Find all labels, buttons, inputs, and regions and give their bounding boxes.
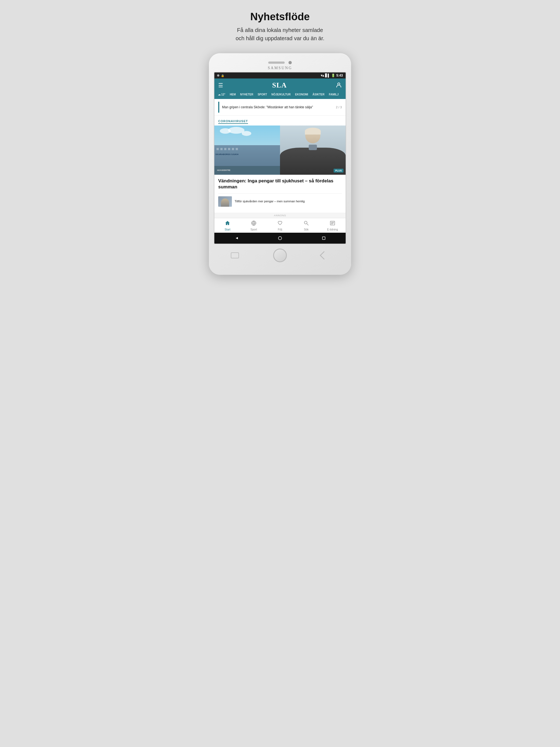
nav-item-nyheter[interactable]: NYHETER: [238, 92, 255, 97]
breaking-text: Man gripen i centrala Skövde: "Misstänke…: [222, 105, 333, 110]
app-logo: SLA: [272, 81, 287, 89]
article-content[interactable]: Vändningen: Inga pengar till sjukhuset –…: [214, 175, 346, 213]
page-wrapper: Nyhetsflöde Få alla dina lokala nyheter …: [198, 11, 362, 275]
recents-button[interactable]: [231, 252, 239, 258]
page-title: Nyhetsflöde: [250, 11, 309, 23]
person-shirt: [309, 145, 317, 150]
newspaper-icon: [330, 221, 335, 227]
status-time: 5:43: [336, 74, 343, 77]
related-text: Tillför sjukvården mer pengar – men summ…: [235, 199, 305, 203]
image-left: SKARABORGS SJUKH HUVUDENTRE: [214, 126, 280, 175]
android-home[interactable]: [277, 235, 283, 241]
svg-line-4: [307, 224, 308, 225]
svg-rect-11: [322, 237, 325, 239]
image-right: [280, 126, 346, 175]
lock-icon: 🔒: [221, 74, 224, 77]
phone-bottom: [214, 244, 346, 264]
search-icon: [304, 221, 309, 227]
phone-shell: SAMSUNG 🔒 ▾▴ ▋▌ 🔋 5:43 ☰ SLA: [209, 53, 351, 275]
home-button[interactable]: [273, 249, 287, 262]
nav-item-asikter[interactable]: ÅSIKTER: [311, 92, 327, 97]
back-button[interactable]: [320, 251, 328, 260]
breaking-news[interactable]: Man gripen i centrala Skövde: "Misstänke…: [214, 99, 346, 115]
sok-label: Sök: [304, 228, 308, 231]
svg-marker-9: [236, 237, 238, 239]
folj-label: Följ: [278, 228, 282, 231]
menu-icon[interactable]: ☰: [218, 82, 223, 88]
main-article-image[interactable]: SKARABORGS SJUKH HUVUDENTRE: [214, 126, 346, 175]
nav-item-noje[interactable]: NÖJE/KULTUR: [270, 92, 292, 97]
page-subtitle: Få alla dina lokala nyheter samladeoch h…: [236, 26, 325, 42]
nav-weather[interactable]: ☁ 12°: [216, 92, 227, 97]
etidning-label: E-tidning: [327, 228, 338, 231]
status-right: ▾▴ ▋▌ 🔋 5:43: [321, 74, 343, 77]
signal-icon: ▋▌: [325, 74, 330, 77]
bottom-nav-start[interactable]: Start: [214, 218, 240, 233]
plus-badge: PLUS: [334, 169, 343, 173]
bottom-nav-folj[interactable]: Följ: [267, 218, 293, 233]
building: SKARABORGS SJUKH HUVUDENTRE: [214, 145, 280, 175]
home-icon: [225, 221, 230, 227]
phone-top-bar: [214, 61, 346, 64]
sky: [214, 126, 280, 148]
nav-item-ekonomi[interactable]: EKONOMI: [293, 92, 310, 97]
phone-screen: 🔒 ▾▴ ▋▌ 🔋 5:43 ☰ SLA: [214, 72, 346, 244]
bottom-nav-sok[interactable]: Sök: [293, 218, 320, 233]
samsung-label: SAMSUNG: [214, 66, 346, 70]
breaking-counter: 2 / 3: [336, 106, 342, 109]
related-person: [221, 199, 229, 207]
person-hair: [305, 128, 321, 134]
android-back[interactable]: [233, 235, 239, 241]
cloud-shape-3: [242, 131, 251, 136]
temperature: 12°: [221, 93, 225, 96]
start-label: Start: [225, 228, 230, 231]
nav-item-hem[interactable]: HEM: [228, 92, 238, 97]
annons-bar: ANNONS: [214, 213, 346, 218]
breaking-bar: [218, 102, 219, 113]
signal-dot: [217, 74, 219, 77]
status-bar: 🔒 ▾▴ ▋▌ 🔋 5:43: [214, 73, 346, 78]
android-recent[interactable]: [321, 235, 327, 241]
bottom-nav: Start Sport: [214, 218, 346, 233]
wifi-icon: ▾▴: [321, 74, 324, 77]
svg-point-0: [338, 83, 340, 85]
sport-label: Sport: [251, 228, 257, 231]
cloud-icon: ☁: [218, 93, 221, 96]
nav-item-sport[interactable]: SPORT: [256, 92, 269, 97]
sport-icon: [251, 221, 256, 227]
nav-item-familj[interactable]: FAMILJ: [327, 92, 341, 97]
android-nav: [214, 233, 346, 243]
bottom-nav-etidning[interactable]: E-tidning: [320, 218, 346, 233]
related-article[interactable]: Tillför sjukvården mer pengar – men summ…: [218, 193, 342, 209]
windows: [217, 148, 238, 150]
category-label: CORONAVIRUSET: [218, 120, 248, 124]
phone-camera: [288, 61, 292, 64]
building-entrance: HUVUDENTRE: [214, 166, 280, 175]
user-icon[interactable]: [336, 82, 342, 89]
nav-bar: ☁ 12° HEM NYHETER SPORT NÖJE/KULTUR EKON…: [214, 92, 346, 99]
article-title: Vändningen: Inga pengar till sjukhuset –…: [218, 178, 342, 190]
related-thumb: [218, 196, 232, 207]
svg-point-3: [304, 221, 307, 224]
svg-point-10: [278, 236, 282, 240]
bottom-nav-sport[interactable]: Sport: [240, 218, 267, 233]
app-header: ☰ SLA: [214, 78, 346, 92]
category-section: CORONAVIRUSET: [214, 115, 346, 126]
battery-icon: 🔋: [331, 74, 335, 77]
heart-icon: [277, 221, 283, 227]
phone-speaker: [268, 61, 285, 64]
status-left: 🔒: [217, 74, 224, 77]
